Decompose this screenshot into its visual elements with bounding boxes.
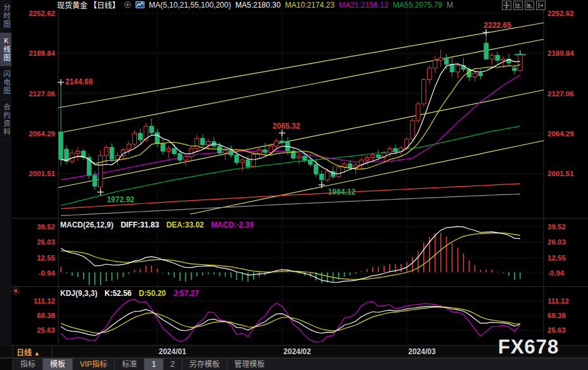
svg-text:12.55: 12.55 [37, 254, 55, 262]
ma55-value: MA55:2075.79 [393, 1, 442, 10]
pane-separators [0, 9, 588, 357]
sidebar-item-contract-info[interactable]: 合约资料 [0, 99, 11, 141]
macd-macd-value: MACD:-2.39 [211, 220, 253, 229]
svg-text:2064.29: 2064.29 [29, 130, 55, 137]
tab-standard[interactable]: 标准 [114, 359, 144, 370]
svg-text:26.03: 26.03 [547, 238, 566, 246]
macd-lines [61, 226, 520, 283]
svg-text:2024/01: 2024/01 [158, 347, 186, 356]
tab-save-template[interactable]: 另存模板 [182, 359, 227, 370]
svg-text:25.63: 25.63 [37, 326, 55, 334]
svg-text:2024/03: 2024/03 [408, 347, 436, 356]
sidebar: 分时图 K线图 闪电图 合约资料 [0, 0, 11, 345]
chart-canvas[interactable]: 2252.622252.622189.842189.842127.062127.… [0, 0, 588, 370]
svg-text:2252.62: 2252.62 [29, 10, 55, 17]
macd-dea-value: DEA:33.02 [166, 220, 203, 229]
shift-right-icon[interactable] [536, 1, 546, 10]
svg-text:39.52: 39.52 [547, 223, 566, 231]
chart-header: 现货黄金 【日线】 MA(5,10,21,55,100,200) MA5:218… [57, 1, 453, 9]
svg-text:2127.06: 2127.06 [29, 90, 55, 98]
sidebar-item-time-chart[interactable]: 分时图 [0, 0, 11, 33]
svg-text:12.55: 12.55 [547, 254, 566, 262]
axis-labels: 2252.622252.622189.842189.842127.062127.… [29, 10, 574, 356]
svg-text:25.63: 25.63 [547, 326, 566, 334]
crosshair-icon[interactable] [502, 1, 511, 10]
macd-histogram [61, 233, 520, 285]
svg-text:2127.06: 2127.06 [547, 90, 574, 98]
macd-title: MACD(26,12,9) [60, 220, 113, 229]
svg-text:2189.84: 2189.84 [29, 49, 55, 57]
svg-text:111.12: 111.12 [547, 297, 569, 305]
ma-settings-label: MA(5,10,21,55,100,200) [149, 1, 231, 10]
kdj-lines [61, 299, 520, 342]
svg-text:2222.65: 2222.65 [484, 21, 512, 30]
watermark: FX678 [498, 336, 559, 359]
svg-text:2001.51: 2001.51 [29, 170, 55, 177]
tab-manage-templates[interactable]: 管理模板 [227, 359, 272, 370]
period-selector[interactable]: 日线 ▲ [16, 347, 40, 357]
sidebar-item-kline-chart[interactable]: K线图 [0, 33, 11, 67]
kdj-title: KDJ(9,3,3) [60, 289, 98, 298]
tab-indicators[interactable]: 指标 [13, 359, 42, 370]
macd-diff-value: DIFF:31.83 [120, 220, 159, 229]
axis-pan-icon[interactable] [525, 1, 534, 10]
chart-tool-icons [502, 1, 546, 10]
add-indicator-icon[interactable] [124, 1, 131, 8]
svg-text:2189.84: 2189.84 [547, 49, 574, 57]
svg-text:68.38: 68.38 [37, 312, 55, 319]
sidebar-item-lightning-chart[interactable]: 闪电图 [0, 67, 11, 99]
kdj-d-value: D:50.20 [139, 289, 166, 298]
toolbar-corner [0, 359, 13, 370]
chart-style-icon[interactable] [136, 1, 144, 8]
tab-slot-2[interactable]: 2 [163, 359, 182, 370]
kdj-j-value: J:57.27 [173, 289, 199, 298]
trend-channel-lines [58, 23, 544, 214]
ma21-value: MA21:2156.12 [339, 1, 388, 10]
svg-text:1972.92: 1972.92 [107, 195, 135, 204]
svg-text:1984.12: 1984.12 [328, 188, 356, 196]
bottom-toolbar: 指标 模板 VIP指标 标准 1 2 另存模板 管理模板 [0, 358, 588, 370]
ma10-value: MA10:2174.23 [285, 1, 335, 10]
svg-text:68.38: 68.38 [547, 312, 566, 319]
macd-header: MACD(26,12,9) DIFF:31.83 DEA:33.02 MACD:… [60, 220, 259, 229]
ma5-value: MA5:2180.30 [235, 1, 280, 10]
short-ma-lines [61, 60, 520, 174]
price-annotations: 2144.681972.922065.321984.122222.65 [58, 21, 511, 204]
tab-vip-indicators[interactable]: VIP指标 [72, 359, 114, 370]
svg-text:-0.94: -0.94 [39, 269, 56, 277]
svg-text:2064.29: 2064.29 [547, 130, 574, 137]
svg-text:2252.62: 2252.62 [547, 10, 574, 17]
tab-templates[interactable]: 模板 [42, 359, 72, 370]
svg-text:26.03: 26.03 [37, 238, 55, 246]
trading-app-window: 2252.622252.622189.842189.842127.062127.… [0, 0, 588, 370]
svg-text:39.52: 39.52 [37, 223, 55, 231]
kdj-header: KDJ(9,3,3) K:52.56 D:50.20 J:57.27 [60, 289, 204, 298]
last-price-marker [514, 50, 526, 54]
svg-text:2024/02: 2024/02 [283, 347, 311, 356]
symbol-title: 现货黄金 [57, 0, 87, 10]
svg-text:2001.51: 2001.51 [547, 170, 574, 177]
svg-text:2065.32: 2065.32 [272, 122, 300, 131]
ma100-value-truncated: M [447, 1, 453, 10]
hot-indicator-icon[interactable] [11, 286, 20, 298]
kdj-k-value: K:52.56 [105, 289, 132, 298]
tab-slot-1[interactable]: 1 [144, 359, 163, 370]
svg-text:111.12: 111.12 [34, 297, 55, 305]
axis-zoom-icon[interactable] [513, 1, 523, 10]
svg-text:2144.68: 2144.68 [65, 77, 93, 86]
period-label: 日线 [16, 348, 32, 357]
period-title: 【日线】 [89, 0, 120, 10]
svg-text:-0.94: -0.94 [547, 269, 565, 277]
period-arrow-icon: ▲ [34, 350, 40, 357]
